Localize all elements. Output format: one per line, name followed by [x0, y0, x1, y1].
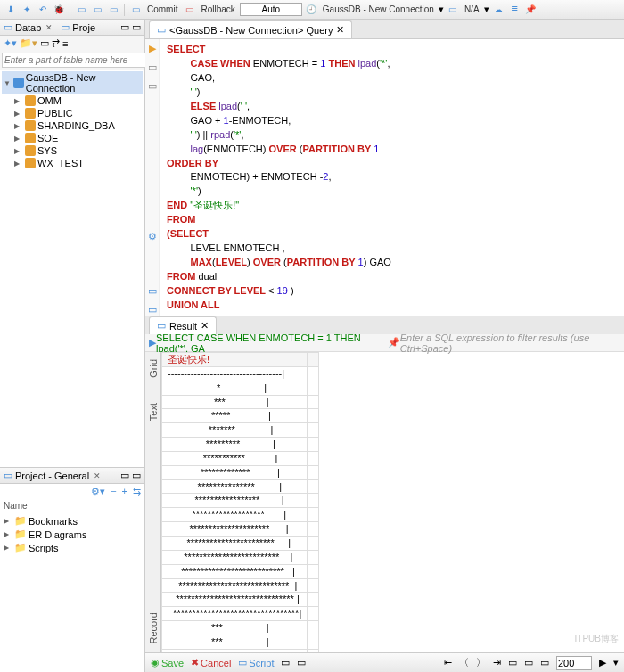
rows-input[interactable] — [556, 656, 592, 670]
overlay2-icon[interactable]: ▭ — [297, 657, 306, 668]
watermark: ITPUB博客 — [575, 633, 619, 645]
proje-tab[interactable]: Proje — [72, 22, 95, 33]
table-row[interactable]: ******************************* | — [162, 593, 319, 607]
next-icon[interactable]: 〉 — [476, 656, 486, 669]
pin-icon[interactable]: 📌 — [523, 3, 538, 17]
rollback-icon[interactable]: ▭ — [182, 3, 196, 17]
commit-button[interactable]: Commit — [144, 4, 180, 14]
grid-tab[interactable]: Grid — [148, 356, 159, 381]
table-row[interactable]: *** | — [162, 621, 319, 635]
project-item[interactable]: ▶📁ER Diagrams — [2, 528, 143, 541]
history-icon[interactable]: 🕘 — [304, 3, 318, 17]
sql2-icon[interactable]: ▭ — [90, 3, 104, 17]
name-header: Name — [0, 499, 144, 512]
tree-schema[interactable]: ▶WX_TEST — [2, 157, 143, 169]
maximize-icon[interactable]: ▭ — [132, 21, 141, 33]
gear-icon[interactable]: ⚙▾ — [91, 486, 105, 497]
main-toolbar: ⬇ ✦ ↶ 🐞 ▭ ▭ ▭ ▭ Commit ▭ Rollback Auto 🕘… — [0, 0, 624, 20]
table-row[interactable]: *** | — [162, 395, 319, 409]
new-icon[interactable]: ⬇ — [4, 3, 18, 17]
close-icon[interactable]: ✕ — [336, 24, 344, 36]
sql-editor[interactable]: SELECT CASE WHEN ENMOTECH = 1 THEN lpad(… — [160, 39, 624, 316]
list-icon[interactable]: ≣ — [507, 3, 521, 17]
record-tab[interactable]: Record — [148, 609, 159, 647]
table-row[interactable]: *********************** | — [162, 536, 319, 550]
commit-icon[interactable]: ▭ — [128, 3, 143, 17]
tree-schema[interactable]: ▶SOE — [2, 132, 143, 144]
datab-tab[interactable]: Datab — [15, 22, 41, 33]
filter-input[interactable]: Enter a SQL expression to filter results… — [400, 332, 620, 354]
cancel-button[interactable]: ✖Cancel — [191, 657, 231, 668]
rollback-button[interactable]: Rollback — [198, 4, 237, 14]
table-row[interactable]: ********************* | — [162, 522, 319, 537]
first-icon[interactable]: ⇤ — [444, 657, 452, 668]
close-icon[interactable]: ✕ — [201, 320, 209, 332]
project-item[interactable]: ▶📁Bookmarks — [2, 514, 143, 528]
last-icon[interactable]: ⇥ — [493, 657, 501, 668]
close-icon[interactable]: ✕ — [94, 471, 101, 480]
result-grid[interactable]: 圣诞快乐!-----------------------------------… — [161, 352, 624, 652]
table-row[interactable]: ************************* | — [162, 550, 319, 564]
editor-tab[interactable]: ▭<GaussDB - New Connection> Query✕ — [149, 20, 352, 38]
del-icon[interactable]: ▭ — [540, 657, 549, 668]
table-row[interactable]: ***** | — [162, 409, 319, 423]
tree-filter-input[interactable] — [2, 53, 146, 68]
collapse-icon[interactable]: ⇆ — [133, 486, 141, 497]
cloud-icon[interactable]: ☁ — [491, 3, 505, 17]
add-icon[interactable]: ▭ — [524, 657, 533, 668]
tree-schema[interactable]: ▶SYS — [2, 144, 143, 157]
table-row[interactable]: *************** | — [162, 479, 319, 494]
table-row[interactable]: -----------------------------------| — [162, 366, 319, 381]
menu-icon[interactable]: ▾ — [613, 657, 619, 668]
save-button[interactable]: ◉Save — [151, 657, 184, 668]
database-tree: ▼GaussDB - New Connection ▶OMM▶PUBLIC▶SH… — [0, 70, 144, 467]
script-button[interactable]: ▭Script — [238, 657, 274, 668]
maximize-icon[interactable]: ▭ — [132, 470, 141, 481]
tx-mode[interactable]: Auto — [240, 3, 302, 16]
table-row[interactable]: ***************************** | — [162, 578, 319, 593]
connection-select[interactable]: GaussDB - New Connection — [320, 4, 437, 14]
table-row[interactable]: ***************** | — [162, 494, 319, 508]
table-row[interactable]: ********* | — [162, 438, 319, 452]
tree-schema[interactable]: ▶PUBLIC — [2, 107, 143, 119]
result-sql: SELECT CASE WHEN ENMOTECH = 1 THEN lpad(… — [156, 332, 388, 354]
close-icon[interactable]: ✕ — [45, 23, 53, 32]
overlay-icon[interactable]: ▭ — [281, 657, 290, 668]
tree-root[interactable]: ▼GaussDB - New Connection — [2, 71, 143, 94]
table-row[interactable]: * | — [162, 381, 319, 395]
table-row[interactable]: *** | — [162, 635, 319, 649]
sql3-icon[interactable]: ▭ — [106, 3, 120, 17]
table-row[interactable]: ******************* | — [162, 508, 319, 522]
minimize-icon[interactable]: ▭ — [120, 21, 129, 33]
project-panel-header: ▭Project - General✕▭▭ — [0, 468, 144, 484]
refresh-icon[interactable]: ▭ — [508, 657, 517, 668]
minimize-icon[interactable]: ▭ — [120, 470, 129, 481]
project-item[interactable]: ▶📁Scripts — [2, 541, 143, 554]
table-row[interactable]: *********** | — [162, 451, 319, 465]
table-row[interactable]: ************* | — [162, 465, 319, 479]
fetch-icon[interactable]: ▶ — [599, 657, 606, 668]
table-row[interactable]: ******* | — [162, 423, 319, 438]
tree-schema[interactable]: ▶SHARDING_DBA — [2, 119, 143, 132]
text-tab[interactable]: Text — [148, 399, 159, 424]
nav-icon[interactable]: ✦ — [20, 3, 34, 17]
db-icon[interactable]: ▭ — [446, 3, 460, 17]
tree-schema[interactable]: ▶OMM — [2, 94, 143, 107]
plus-icon[interactable]: + — [122, 486, 127, 497]
bug-icon[interactable]: 🐞 — [52, 3, 66, 17]
table-row[interactable]: *************************** | — [162, 564, 319, 578]
table-row[interactable]: *********************************| — [162, 607, 319, 621]
sql1-icon[interactable]: ▭ — [74, 3, 88, 17]
undo-icon[interactable]: ↶ — [36, 3, 50, 17]
db-panel-header: ▭Datab✕ ▭Proje ▭▭ — [0, 20, 144, 36]
schema-select[interactable]: N/A — [462, 4, 482, 14]
prev-icon[interactable]: 〈 — [459, 656, 469, 669]
minus-icon[interactable]: − — [111, 486, 116, 497]
